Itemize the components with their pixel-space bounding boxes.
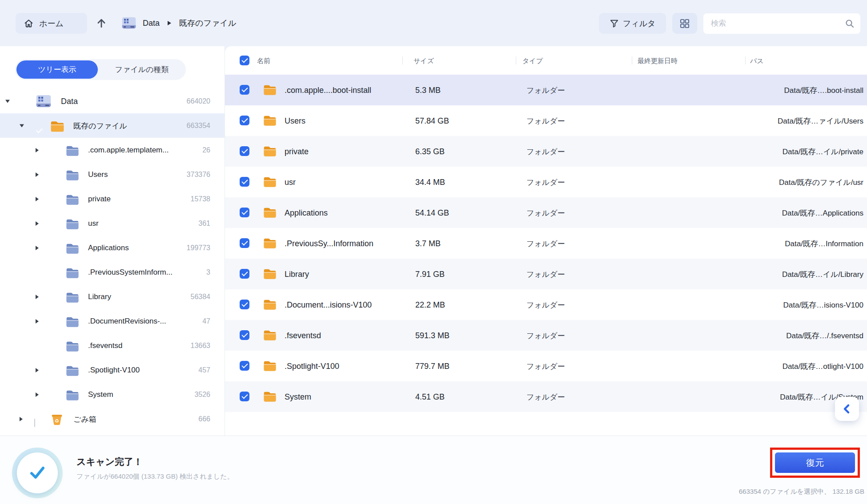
- breadcrumb-folder[interactable]: 既存のファイル: [179, 18, 236, 28]
- home-label: ホーム: [39, 18, 64, 29]
- tab-tree-view[interactable]: ツリー表示: [16, 60, 98, 79]
- tree-item[interactable]: .PreviousSystemInform... 3: [0, 260, 225, 284]
- expand-icon[interactable]: [36, 197, 39, 201]
- folder-icon: [263, 114, 277, 126]
- file-name: .fseventsd: [285, 331, 321, 340]
- tree-item[interactable]: .com.apple.templatem... 26: [0, 138, 225, 162]
- scan-complete-icon: [12, 448, 63, 498]
- table-row[interactable]: private 6.35 GB フォルダー Data/既存…イル/private: [225, 136, 867, 167]
- collapse-panel-button[interactable]: [835, 397, 859, 421]
- expand-icon[interactable]: [36, 368, 39, 372]
- table-row[interactable]: Library 7.91 GB フォルダー Data/既存…イル/Library: [225, 259, 867, 289]
- row-checkbox[interactable]: [240, 116, 249, 125]
- tree-item[interactable]: Applications 199773: [0, 236, 225, 260]
- tree-item[interactable]: Users 373376: [0, 162, 225, 187]
- row-checkbox[interactable]: [240, 300, 249, 309]
- navigate-up-icon[interactable]: [96, 17, 107, 29]
- tree-item[interactable]: System 3526: [0, 382, 225, 407]
- file-name: .PreviousSy...Information: [285, 239, 373, 248]
- column-header-name[interactable]: 名前: [257, 57, 270, 65]
- row-checkbox[interactable]: [240, 146, 249, 156]
- app-window: ホーム Data 既存のファイル フィルタ: [0, 0, 867, 504]
- tree-item[interactable]: .fseventsd 13663: [0, 333, 225, 358]
- table-row[interactable]: .com.apple....boot-install 5.3 MB フォルダー …: [225, 75, 867, 105]
- tree-item[interactable]: Library 56384: [0, 284, 225, 309]
- row-checkbox[interactable]: [240, 208, 249, 217]
- view-toggle-button[interactable]: [672, 13, 697, 34]
- file-path: Data/既存…イル/private: [783, 146, 863, 156]
- tree-item-count: 664020: [187, 97, 210, 105]
- tree-item-trash[interactable]: ごみ箱 666: [0, 407, 225, 431]
- expand-collapse-icon[interactable]: [5, 100, 10, 103]
- expand-icon[interactable]: [36, 221, 39, 226]
- file-size: 22.2 MB: [415, 300, 445, 309]
- table-row[interactable]: usr 34.4 MB フォルダー Data/既存のファイル/usr: [225, 167, 867, 197]
- folder-icon: [263, 84, 277, 95]
- tree-item-label: Library: [88, 292, 111, 301]
- expand-collapse-icon[interactable]: [20, 124, 24, 127]
- expand-icon[interactable]: [36, 172, 39, 177]
- filter-icon: [610, 19, 619, 28]
- file-size: 591.3 MB: [415, 331, 450, 340]
- tree-item[interactable]: .Spotlight-V100 457: [0, 358, 225, 382]
- folder-icon: [263, 329, 277, 340]
- selection-summary: 663354 のファイルを選択中、 132.18 GB: [739, 488, 864, 496]
- expand-icon[interactable]: [20, 417, 23, 421]
- expand-icon[interactable]: [36, 246, 39, 250]
- file-name: Applications: [285, 208, 328, 217]
- column-header-size[interactable]: サイズ: [413, 57, 434, 65]
- tree-item[interactable]: usr 361: [0, 211, 225, 236]
- tree-item[interactable]: private 15738: [0, 187, 225, 211]
- expand-icon[interactable]: [36, 319, 39, 324]
- tree-item-selected-folder[interactable]: 既存のファイル 663354: [0, 113, 225, 138]
- select-all-checkbox[interactable]: [240, 56, 249, 65]
- table-header: 名前 サイズ タイプ 最終更新日時 パス: [225, 46, 867, 75]
- filter-label: フィルタ: [623, 18, 656, 29]
- tree-item-count: 663354: [187, 122, 210, 130]
- home-icon: [24, 18, 34, 28]
- home-button[interactable]: ホーム: [16, 13, 87, 34]
- folder-icon: [66, 388, 79, 400]
- table-row[interactable]: .PreviousSy...Information 3.7 MB フォルダー D…: [225, 228, 867, 259]
- folder-icon: [66, 242, 79, 254]
- table-row[interactable]: .Document...isions-V100 22.2 MB フォルダー Da…: [225, 289, 867, 320]
- row-checkbox[interactable]: [240, 238, 249, 248]
- filter-button[interactable]: フィルタ: [599, 13, 666, 34]
- row-checkbox[interactable]: [240, 392, 249, 401]
- column-header-type[interactable]: タイプ: [522, 57, 543, 65]
- tab-file-types[interactable]: ファイルの種類: [98, 59, 186, 80]
- tree-item-count: 56384: [191, 293, 211, 301]
- expand-icon[interactable]: [36, 392, 39, 397]
- file-list-panel: 名前 サイズ タイプ 最終更新日時 パス .com.apple....boot-…: [225, 46, 867, 436]
- table-row[interactable]: System 4.51 GB フォルダー Data/既存…イル/System: [225, 381, 867, 412]
- grid-view-icon: [680, 19, 690, 28]
- row-checkbox[interactable]: [240, 177, 249, 187]
- tree-item[interactable]: .DocumentRevisions-... 47: [0, 309, 225, 333]
- column-header-path[interactable]: パス: [750, 57, 764, 65]
- table-row[interactable]: .fseventsd 591.3 MB フォルダー Data/既存…/.fsev…: [225, 320, 867, 351]
- row-checkbox[interactable]: [240, 330, 249, 340]
- tree-item-count: 13663: [191, 342, 211, 350]
- recover-button[interactable]: 復元: [775, 452, 855, 473]
- file-type: フォルダー: [526, 208, 565, 218]
- expand-icon[interactable]: [36, 148, 39, 152]
- topbar-actions: フィルタ: [599, 13, 860, 34]
- column-header-modified[interactable]: 最終更新日時: [638, 57, 678, 65]
- drive-icon: [121, 16, 136, 30]
- file-path: Data/既存…ァイル/Users: [778, 116, 863, 126]
- search-input[interactable]: [703, 13, 860, 34]
- breadcrumb-drive[interactable]: Data: [143, 19, 160, 28]
- tree-item-root-drive[interactable]: Data 664020: [0, 89, 225, 113]
- expand-icon[interactable]: [36, 295, 39, 299]
- tree-checkbox-unchecked[interactable]: [34, 419, 35, 427]
- row-checkbox[interactable]: [240, 85, 249, 95]
- table-row[interactable]: Users 57.84 GB フォルダー Data/既存…ァイル/Users: [225, 105, 867, 136]
- row-checkbox[interactable]: [240, 361, 249, 371]
- top-bar: ホーム Data 既存のファイル フィルタ: [0, 0, 867, 46]
- table-row[interactable]: .Spotlight-V100 779.7 MB フォルダー Data/既存…o…: [225, 351, 867, 381]
- file-name: .Document...isions-V100: [285, 300, 372, 309]
- tree-item-label: 既存のファイル: [73, 120, 127, 131]
- table-row[interactable]: Applications 54.14 GB フォルダー Data/既存…Appl…: [225, 197, 867, 228]
- row-checkbox[interactable]: [240, 269, 249, 279]
- file-type: フォルダー: [526, 146, 565, 156]
